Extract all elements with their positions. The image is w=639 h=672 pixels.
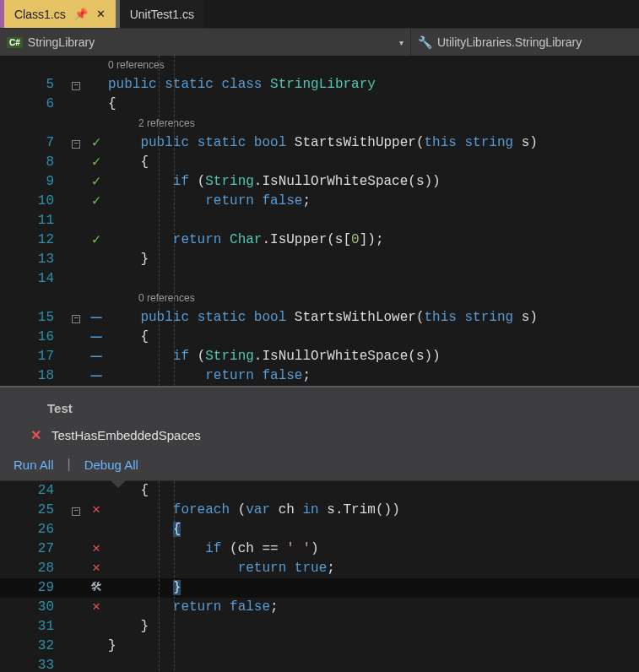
fold-icon[interactable]: − — [72, 507, 80, 516]
test-popup: Test ✕ TestHasEmbeddedSpaces Run All | D… — [0, 386, 639, 481]
codelens-class[interactable]: 0 references — [108, 56, 639, 75]
code-line: { — [108, 153, 639, 172]
chevron-down-icon: ▾ — [399, 38, 403, 47]
tab-unittest1[interactable]: UnitTest1.cs — [116, 0, 204, 28]
code-block-bottom: 24 { 25 − ✕ foreach (var ch in s.Trim())… — [0, 481, 639, 672]
fold-icon[interactable]: − — [72, 140, 80, 149]
codelens-method[interactable]: 0 references — [108, 289, 639, 308]
fold-icon[interactable]: − — [72, 315, 80, 323]
tab-class1[interactable]: Class1.cs 📌 ✕ — [0, 0, 116, 28]
code-line: { — [108, 328, 639, 347]
test-fail-icon[interactable]: ✕ — [84, 539, 108, 559]
test-fail-icon[interactable]: ✕ — [84, 501, 108, 520]
fail-icon: ✕ — [30, 427, 41, 443]
code-line: } — [108, 637, 639, 656]
nav-right-label: UtilityLibraries.StringLibrary — [437, 35, 582, 49]
code-line: { — [108, 520, 639, 539]
popup-title: Test — [14, 396, 625, 424]
test-pass-icon[interactable]: ✓ — [84, 172, 108, 192]
nav-bar: C# StringLibrary ▾ 🔧 UtilityLibraries.St… — [0, 29, 639, 56]
code-line: if (String.IsNullOrWhiteSpace(s)) — [108, 347, 639, 366]
test-pass-icon[interactable]: ✓ — [84, 192, 108, 211]
nav-left-label: StringLibrary — [28, 35, 95, 49]
test-pass-icon[interactable]: ✓ — [84, 230, 108, 250]
code-line: public static class StringLibrary — [108, 75, 639, 95]
codelens-method[interactable]: 2 references — [108, 114, 639, 133]
cs-badge-icon: C# — [7, 37, 23, 48]
failed-test-name: TestHasEmbeddedSpaces — [51, 428, 201, 442]
popup-actions: Run All | Debug All — [14, 453, 625, 472]
debug-all-link[interactable]: Debug All — [84, 458, 138, 472]
test-fail-icon[interactable]: ✕ — [84, 559, 108, 578]
nav-namespace-dropdown[interactable]: C# StringLibrary ▾ — [0, 29, 411, 56]
code-line: { — [108, 95, 639, 114]
code-line: } — [108, 578, 639, 598]
pin-icon[interactable]: 📌 — [74, 8, 88, 19]
code-line: return Char.IsUpper(s[0]); — [108, 230, 639, 250]
code-line: { — [108, 481, 639, 501]
code-editor[interactable]: 0 references 5 − public static class Str… — [0, 56, 639, 672]
file-tabs: Class1.cs 📌 ✕ UnitTest1.cs — [0, 0, 639, 29]
code-line: if (String.IsNullOrWhiteSpace(s)) — [108, 172, 639, 192]
test-pass-icon[interactable]: ✓ — [84, 133, 108, 153]
code-line: return false; — [108, 366, 639, 386]
code-line: foreach (var ch in s.Trim()) — [108, 501, 639, 520]
code-line: } — [108, 250, 639, 269]
code-line: public static bool StartsWithUpper(this … — [108, 133, 639, 153]
close-icon[interactable]: ✕ — [96, 8, 106, 19]
code-line: if (ch == ' ') — [108, 539, 639, 559]
tab-label: UnitTest1.cs — [130, 8, 194, 21]
code-line: return false; — [108, 192, 639, 211]
quick-action-icon[interactable]: 🛠 — [84, 578, 108, 598]
test-fail-icon[interactable]: ✕ — [84, 598, 108, 617]
failed-test-row[interactable]: ✕ TestHasEmbeddedSpaces — [14, 424, 625, 453]
test-pass-icon[interactable]: ✓ — [84, 153, 108, 172]
code-line: public static bool StartsWithLower(this … — [108, 308, 639, 328]
code-line: return true; — [108, 559, 639, 578]
code-line: } — [108, 617, 639, 637]
run-all-link[interactable]: Run All — [14, 458, 54, 472]
nav-class-dropdown[interactable]: 🔧 UtilityLibraries.StringLibrary — [411, 29, 639, 56]
tab-label: Class1.cs — [14, 8, 66, 21]
code-line: return false; — [108, 598, 639, 617]
separator: | — [68, 457, 71, 472]
fold-icon[interactable]: − — [72, 82, 80, 90]
class-icon: 🔧 — [418, 35, 432, 49]
code-block-top: 0 references 5 − public static class Str… — [0, 56, 639, 386]
